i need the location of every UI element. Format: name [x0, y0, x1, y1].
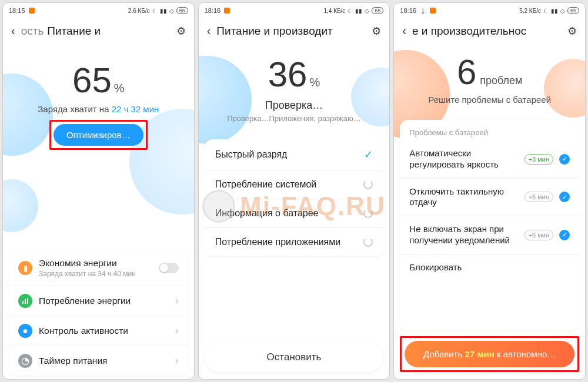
highlight-box: Оптимизиров… — [49, 120, 148, 150]
notification-icon — [29, 8, 35, 14]
spinner-icon — [363, 180, 373, 189]
problem-text: Отключить тактильную отдачу — [409, 186, 518, 209]
wifi-icon: ◇ — [365, 8, 369, 14]
checked-icon[interactable]: ✓ — [559, 192, 570, 202]
check-row-battery-info: Информация о батарее — [205, 199, 384, 228]
chart-icon — [18, 294, 32, 308]
row-power-timer[interactable]: ◔ Таймер питания › — [9, 346, 188, 376]
problem-text: Не включать экран при получении уведомле… — [409, 224, 518, 246]
problem-row-haptics[interactable]: Отключить тактильную отдачу +6 мин ✓ — [400, 179, 579, 217]
row-power-usage[interactable]: Потребление энергии › — [9, 286, 188, 316]
check-icon: ✓ — [364, 148, 373, 161]
status-time: 18:15 — [9, 7, 25, 14]
notification-icon — [430, 8, 436, 14]
battery-percent-value: 65 — [72, 60, 112, 100]
page-title: е и производительнос — [412, 25, 562, 38]
status-net: 1,4 КБ/с — [323, 8, 345, 14]
svg-rect-1 — [25, 299, 26, 304]
apply-fixes-button[interactable]: Добавить 27 мин к автономно… — [405, 341, 574, 367]
status-net: 5,2 КБ/с — [519, 8, 541, 14]
checked-icon[interactable]: ✓ — [559, 230, 570, 240]
chevron-right-icon: › — [175, 326, 178, 336]
moon-icon: ☾ — [543, 8, 549, 14]
row-title: Таймер питания — [39, 356, 169, 366]
optimize-button[interactable]: Оптимизиров… — [54, 124, 143, 146]
checked-icon[interactable]: ✓ — [559, 154, 570, 165]
stop-button[interactable]: Остановить — [205, 343, 384, 372]
chevron-right-icon: › — [175, 356, 178, 366]
page-header: ‹ е и производительнос ⚙ — [394, 18, 585, 43]
row-power-saver[interactable]: ▮ Экономия энергии Заряда хватит на 34 ч… — [9, 250, 188, 286]
highlight-box: Добавить 27 мин к автономно… — [400, 336, 579, 372]
scan-hero: 36% Проверка… Проверка…Приложения, разря… — [199, 43, 390, 129]
problems-subtitle: Решите проблемы с батареей — [400, 95, 579, 105]
row-title: Контроль активности — [39, 326, 169, 336]
battery-icon: ▮ — [18, 261, 32, 275]
time-gain-badge: +3 мин — [524, 154, 553, 165]
problems-card: Проблемы с батареей Автоматически регули… — [400, 120, 579, 330]
screen-battery-problems: 18:16 ⭳ 5,2 КБ/с ☾ ▮▮ ◇ 65 ‹ е и произво… — [393, 2, 586, 380]
row-title: Потребление энергии — [39, 296, 169, 306]
problem-row-brightness[interactable]: Автоматически регулировать яркость +3 ми… — [400, 140, 579, 179]
battery-pill: 65 — [176, 7, 188, 14]
row-title: Экономия энергии — [39, 258, 152, 269]
scan-substatus: Проверка…Приложения, разряжаю… — [205, 114, 384, 123]
gear-icon[interactable]: ⚙ — [372, 25, 381, 38]
check-row-system-usage: Потребление системой — [205, 170, 384, 199]
svg-rect-2 — [27, 298, 28, 304]
battery-pill: 65 — [567, 7, 579, 14]
problem-row-wake-screen[interactable]: Не включать экран при получении уведомле… — [400, 216, 579, 254]
notification-icon — [224, 8, 230, 14]
clock-icon: ◔ — [18, 354, 32, 368]
screen-battery-scan: 18:16 1,4 КБ/с ☾ ▮▮ ◇ 65 ‹ Питание и про… — [198, 2, 390, 380]
moon-icon: ☾ — [152, 8, 158, 14]
download-icon: ⭳ — [420, 7, 426, 14]
info-icon: ● — [18, 324, 32, 338]
scan-checklist: Быстрый разряд ✓ Потребление системой Ин… — [205, 139, 384, 256]
gear-icon[interactable]: ⚙ — [567, 25, 577, 38]
page-header: ‹ ость Питание и ⚙ — [3, 18, 194, 43]
scan-status: Проверка… — [205, 99, 384, 112]
back-icon[interactable]: ‹ — [11, 24, 15, 38]
moon-icon: ☾ — [348, 8, 353, 14]
check-label: Потребление приложениями — [215, 237, 341, 247]
problem-text: Блокировать — [409, 262, 570, 273]
problem-text: Автоматически регулировать яркость — [409, 148, 518, 170]
check-row-fast-drain: Быстрый разряд ✓ — [205, 139, 384, 170]
prev-title-fragment: ость — [21, 25, 44, 38]
percent-sign: % — [114, 82, 125, 95]
problems-card-header: Проблемы с батареей — [400, 120, 579, 140]
problems-hero: 6проблем Решите проблемы с батареей — [394, 43, 585, 110]
page-title: Питание и — [47, 25, 170, 38]
screen-battery-main: 18:15 2,6 КБ/с ☾ ▮▮ ◇ 65 ‹ ость Питание … — [2, 2, 195, 380]
svg-rect-0 — [22, 301, 24, 304]
spinner-icon — [363, 209, 373, 218]
check-label: Быстрый разряд — [215, 149, 288, 160]
battery-hero: 65% Заряда хватит на 22 ч 32 мин Оптимиз… — [3, 43, 194, 156]
wifi-icon: ◇ — [169, 8, 174, 14]
time-gain-badge: +6 мин — [524, 192, 553, 202]
time-gain-badge: +6 мин — [524, 230, 553, 240]
gear-icon[interactable]: ⚙ — [176, 25, 186, 38]
problem-word: проблем — [480, 75, 522, 86]
wifi-icon: ◇ — [560, 8, 565, 14]
status-bar: 18:15 2,6 КБ/с ☾ ▮▮ ◇ 65 — [3, 3, 194, 18]
page-title: Питание и производит — [216, 25, 366, 38]
status-time: 18:16 — [205, 7, 221, 14]
settings-list: ▮ Экономия энергии Заряда хватит на 34 ч… — [9, 250, 188, 376]
spinner-icon — [363, 237, 373, 247]
signal-icon: ▮▮ — [160, 8, 167, 14]
battery-estimate: Заряда хватит на 22 ч 32 мин — [9, 104, 188, 114]
row-subtitle: Заряда хватит на 34 ч 40 мин — [39, 270, 152, 278]
row-activity-control[interactable]: ● Контроль активности › — [9, 316, 188, 346]
problem-row-lock[interactable]: Блокировать — [400, 254, 579, 281]
signal-icon: ▮▮ — [551, 8, 558, 14]
back-icon[interactable]: ‹ — [207, 24, 211, 38]
check-label: Информация о батарее — [215, 208, 319, 219]
power-saver-toggle[interactable] — [159, 263, 179, 273]
battery-pill: 65 — [372, 7, 383, 14]
check-row-app-usage: Потребление приложениями — [205, 228, 384, 256]
chevron-right-icon: › — [175, 296, 178, 306]
back-icon[interactable]: ‹ — [402, 24, 406, 38]
problem-count: 6 — [457, 52, 476, 92]
